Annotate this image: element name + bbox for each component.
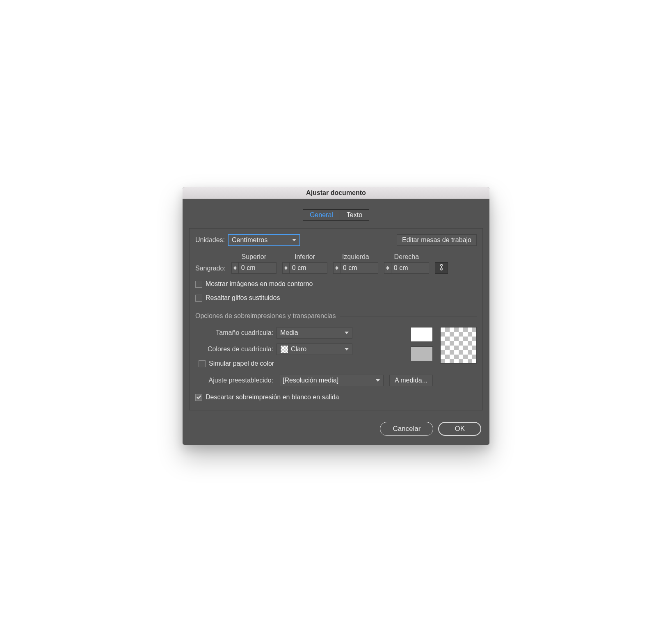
grid-size-select[interactable]: Media [277, 327, 352, 339]
units-select-value: Centímetros [232, 236, 267, 244]
link-bleed-button[interactable] [435, 262, 448, 274]
discard-overprint-label: Descartar sobreimpresión en blanco en sa… [206, 394, 339, 401]
swatch-gray[interactable] [411, 346, 433, 361]
checker-swatch-icon [280, 345, 288, 353]
stepper-arrows-icon[interactable] [282, 262, 290, 274]
settings-group: Unidades: Centímetros Editar mesas de tr… [189, 228, 483, 410]
tab-text[interactable]: Texto [340, 209, 369, 221]
outline-images-label: Mostrar imágenes en modo contorno [206, 280, 313, 288]
units-select[interactable]: Centímetros [228, 234, 300, 246]
link-icon [439, 263, 444, 272]
highlight-glyphs-checkbox[interactable] [195, 295, 202, 302]
edit-artboards-button[interactable]: Editar mesas de trabajo [397, 234, 477, 246]
units-label: Unidades: [195, 236, 225, 244]
overprint-section-header: Opciones de sobreimpresiones y transpare… [195, 312, 336, 320]
grid-colors-select[interactable]: Claro [277, 343, 352, 355]
ok-button[interactable]: OK [438, 422, 481, 436]
grid-colors-value: Claro [291, 346, 306, 353]
bleed-left-stepper[interactable] [333, 262, 378, 274]
document-setup-dialog: Ajustar documento General Texto Unidades… [183, 187, 489, 445]
custom-preset-button[interactable]: A medida... [389, 375, 433, 386]
highlight-glyphs-label: Resaltar glifos sustituidos [206, 294, 280, 302]
chevron-down-icon [376, 379, 380, 382]
swatch-white[interactable] [411, 327, 433, 342]
bleed-left-label: Izquierda [342, 253, 369, 261]
grid-size-value: Media [280, 329, 298, 337]
stepper-arrows-icon[interactable] [384, 262, 391, 274]
bleed-right-label: Derecha [394, 253, 419, 261]
outline-images-checkbox[interactable] [195, 281, 202, 288]
bleed-bottom-label: Inferior [295, 253, 315, 261]
preset-value: [Resolución media] [283, 377, 338, 384]
bleed-top-label: Superior [242, 253, 266, 261]
chevron-down-icon [292, 239, 296, 241]
chevron-down-icon [345, 348, 349, 350]
chevron-down-icon [345, 332, 349, 334]
stepper-arrows-icon[interactable] [231, 262, 239, 274]
dialog-title: Ajustar documento [183, 187, 489, 199]
bleed-bottom-stepper[interactable] [282, 262, 327, 274]
transparency-preview [411, 327, 477, 364]
bleed-right-input[interactable] [391, 262, 429, 274]
tab-general[interactable]: General [303, 209, 340, 221]
cancel-button[interactable]: Cancelar [380, 422, 433, 436]
checker-preview [440, 327, 477, 364]
bleed-top-stepper[interactable] [231, 262, 277, 274]
preset-label: Ajuste preestablecido: [195, 377, 273, 384]
bleed-top-input[interactable] [239, 262, 277, 274]
simulate-paper-label: Simular papel de color [209, 360, 274, 367]
stepper-arrows-icon[interactable] [333, 262, 341, 274]
bleed-bottom-input[interactable] [290, 262, 327, 274]
discard-overprint-checkbox[interactable] [195, 394, 202, 401]
grid-size-label: Tamaño cuadrícula: [195, 329, 273, 337]
bleed-left-input[interactable] [341, 262, 378, 274]
bleed-label: Sangrado: [195, 265, 226, 272]
simulate-paper-checkbox[interactable] [199, 360, 206, 367]
bleed-right-stepper[interactable] [384, 262, 429, 274]
divider [340, 316, 477, 316]
preset-select[interactable]: [Resolución media] [279, 375, 384, 386]
tab-bar: General Texto [189, 209, 483, 221]
grid-colors-label: Colores de cuadrícula: [195, 346, 273, 353]
